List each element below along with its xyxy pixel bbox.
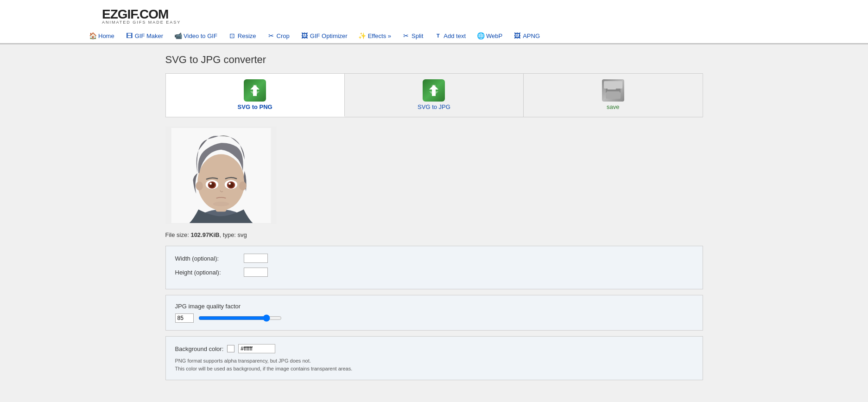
save-tab-icon	[602, 79, 624, 102]
tab-svg-to-jpg[interactable]: SVG to JPG	[345, 74, 524, 117]
bg-section: Background color: PNG format supports al…	[165, 336, 703, 380]
tab-png-label: SVG to PNG	[238, 103, 272, 110]
svg-to-jpg-icon	[423, 79, 445, 102]
nav-addtext-label: Add text	[444, 32, 466, 39]
nav-gif-optimizer[interactable]: 🖼 GIF Optimizer	[295, 28, 353, 43]
svg-to-png-icon	[244, 79, 266, 102]
gif-maker-icon: 🎞	[126, 32, 133, 39]
file-type: svg	[238, 231, 247, 238]
width-label: Width (optional):	[175, 255, 240, 262]
convert-icon-png	[244, 79, 266, 102]
svg-point-18	[209, 182, 212, 185]
text-icon: T	[434, 32, 442, 39]
nav-apng-label: APNG	[523, 32, 540, 39]
nav-resize[interactable]: ⊡ Resize	[223, 28, 262, 43]
home-icon: 🏠	[89, 32, 96, 39]
logo: EZGIF.COM ANIMATED GIFS MADE EASY	[102, 7, 868, 25]
bg-notes: PNG format supports alpha transparency, …	[175, 357, 353, 372]
video-icon: 📹	[174, 32, 182, 39]
bg-note-1: PNG format supports alpha transparency, …	[175, 357, 353, 365]
header: EZGIF.COM ANIMATED GIFS MADE EASY 🏠 Home…	[0, 0, 868, 45]
svg-point-14	[239, 181, 247, 191]
split-icon: ✂	[402, 32, 410, 39]
file-info: File size: 102.97KiB, type: svg	[165, 231, 703, 238]
bg-label: Background color:	[175, 345, 224, 352]
file-size: 102.97KiB	[190, 231, 219, 238]
nav-webp[interactable]: 🌐 WebP	[471, 28, 508, 43]
converter-tabs: SVG to PNG SVG to JPG	[165, 73, 703, 117]
nav-optimizer-label: GIF Optimizer	[310, 32, 348, 39]
svg-rect-6	[608, 84, 611, 89]
preview-image	[165, 127, 277, 224]
crop-icon: ✂	[267, 32, 275, 39]
nav-video-to-gif[interactable]: 📹 Video to GIF	[169, 28, 223, 43]
nav-home-label: Home	[98, 32, 114, 39]
dimensions-section: Width (optional): Height (optional):	[165, 246, 703, 289]
height-row: Height (optional):	[175, 268, 693, 277]
tab-svg-to-png[interactable]: SVG to PNG	[166, 74, 345, 117]
quality-label: JPG image quality factor	[175, 303, 693, 310]
preview-area	[165, 127, 703, 224]
nav-home[interactable]: 🏠 Home	[83, 28, 120, 43]
nav-gif-maker-label: GIF Maker	[135, 32, 163, 39]
nav-add-text[interactable]: T Add text	[429, 28, 471, 43]
svg-point-13	[196, 181, 203, 191]
page-title: SVG to JPG converter	[165, 54, 703, 66]
nav-crop[interactable]: ✂ Crop	[262, 28, 295, 43]
nav-split[interactable]: ✂ Split	[397, 28, 429, 43]
convert-icon-jpg	[423, 79, 445, 102]
svg-rect-4	[606, 83, 621, 98]
logo-area: EZGIF.COM ANIMATED GIFS MADE EASY	[0, 5, 868, 28]
height-input[interactable]	[244, 268, 268, 277]
tab-save[interactable]: save	[524, 74, 702, 117]
svg-marker-1	[250, 85, 260, 96]
optimizer-icon: 🖼	[301, 32, 308, 39]
bg-row: Background color: PNG format supports al…	[175, 344, 693, 372]
nav-apng[interactable]: 🖼 APNG	[508, 28, 545, 43]
floppy-icon	[602, 79, 624, 102]
arrows-icon-jpg	[426, 83, 441, 98]
width-input[interactable]	[244, 254, 268, 263]
quality-row	[175, 313, 693, 323]
quality-section: JPG image quality factor	[165, 295, 703, 331]
bg-color-input[interactable]	[238, 344, 275, 353]
arrows-icon-png	[247, 83, 262, 98]
nav-effects[interactable]: ✨ Effects »	[353, 28, 397, 43]
svg-point-23	[213, 202, 229, 206]
nav-video-label: Video to GIF	[184, 32, 217, 39]
svg-marker-3	[429, 85, 438, 96]
tab-save-label: save	[607, 103, 619, 110]
resize-icon: ⊡	[228, 32, 236, 39]
svg-point-22	[228, 182, 231, 185]
floppy-svg	[604, 81, 622, 100]
svg-rect-7	[607, 91, 620, 97]
nav-effects-label: Effects »	[368, 32, 391, 39]
anime-character-svg	[170, 128, 272, 223]
quality-value-input[interactable]	[175, 313, 194, 323]
effects-icon: ✨	[359, 32, 366, 39]
nav-split-label: Split	[412, 32, 423, 39]
bg-top: Background color:	[175, 344, 276, 353]
bg-note-2: This color will be used as background, i…	[175, 365, 353, 373]
nav-resize-label: Resize	[238, 32, 256, 39]
tab-jpg-label: SVG to JPG	[418, 103, 450, 110]
width-row: Width (optional):	[175, 254, 693, 263]
nav: 🏠 Home 🎞 GIF Maker 📹 Video to GIF ⊡ Resi…	[0, 28, 868, 43]
main-content: SVG to JPG converter SVG to PNG	[156, 45, 712, 395]
file-type-prefix: , type:	[220, 231, 238, 238]
height-label: Height (optional):	[175, 269, 240, 276]
nav-crop-label: Crop	[277, 32, 290, 39]
logo-sub: ANIMATED GIFS MADE EASY	[102, 20, 868, 25]
nav-divider	[0, 43, 868, 44]
svg-rect-8	[608, 93, 618, 96]
svg-rect-5	[608, 83, 616, 89]
apng-icon: 🖼	[513, 32, 521, 39]
color-swatch	[227, 345, 234, 352]
file-size-prefix: File size:	[165, 231, 191, 238]
logo-main: EZGIF.COM	[102, 7, 168, 21]
quality-slider[interactable]	[198, 314, 282, 322]
nav-webp-label: WebP	[486, 32, 502, 39]
nav-gif-maker[interactable]: 🎞 GIF Maker	[120, 28, 169, 43]
webp-icon: 🌐	[477, 32, 484, 39]
